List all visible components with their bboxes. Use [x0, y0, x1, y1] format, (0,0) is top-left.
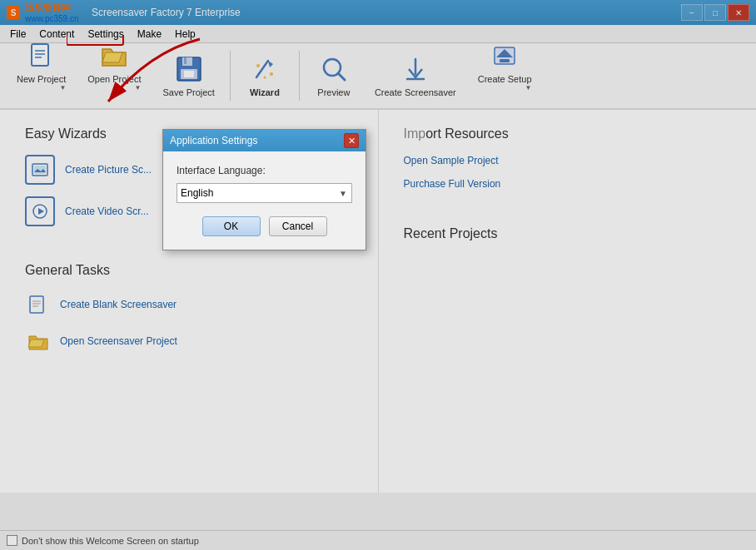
language-label: Interface Language:	[177, 165, 352, 176]
modal-buttons: OK Cancel	[177, 216, 352, 236]
modal-title-bar: Application Settings ✕	[163, 130, 366, 151]
modal-cancel-button[interactable]: Cancel	[269, 216, 327, 236]
language-select[interactable]: English German French Spanish Russian Ch…	[177, 183, 352, 203]
modal-body: Interface Language: English German Frenc…	[163, 151, 366, 250]
language-select-wrapper: English German French Spanish Russian Ch…	[177, 183, 352, 203]
modal-title-text: Application Settings	[170, 135, 257, 146]
modal-close-button[interactable]: ✕	[344, 133, 359, 148]
modal-ok-button[interactable]: OK	[202, 216, 261, 236]
application-settings-dialog: Application Settings ✕ Interface Languag…	[162, 129, 366, 250]
modal-overlay: Application Settings ✕ Interface Languag…	[0, 0, 756, 550]
